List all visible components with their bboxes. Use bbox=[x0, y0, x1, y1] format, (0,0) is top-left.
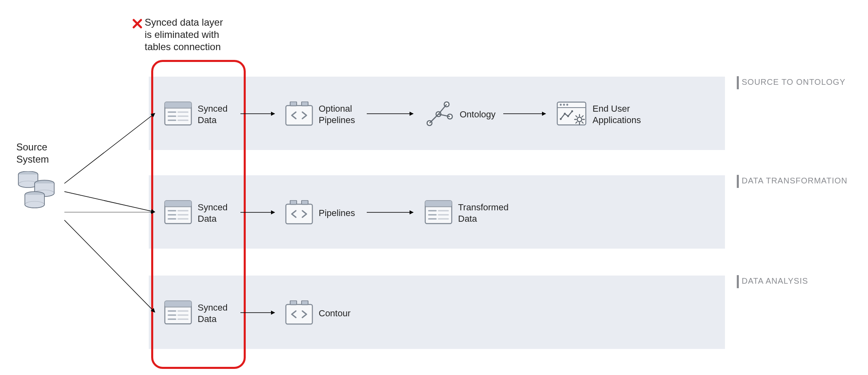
node-synced-data-2: SyncedData bbox=[164, 200, 227, 226]
lane-title-ontology-text: SOURCE TO ONTOLOGY bbox=[742, 77, 846, 86]
callout-line-2: is eliminated with bbox=[145, 29, 219, 40]
node-optional-pipelines: OptionalPipelines bbox=[285, 101, 355, 128]
graph-network-icon bbox=[425, 100, 454, 129]
synced-label: Synced bbox=[198, 202, 227, 212]
synced-label: Synced bbox=[198, 302, 227, 313]
code-block-icon bbox=[285, 200, 313, 226]
svg-line-39 bbox=[64, 113, 155, 183]
source-fanout-arrows bbox=[61, 110, 159, 220]
source-system-label: Source System bbox=[16, 141, 49, 165]
synced-label-2: Data bbox=[198, 115, 216, 125]
apps-label-2: Applications bbox=[593, 115, 641, 125]
node-contour: Contour bbox=[285, 300, 350, 326]
synced-label: Synced bbox=[198, 104, 227, 114]
lane-title-analysis: DATA ANALYSIS bbox=[742, 276, 864, 286]
eliminated-layer-callout: Synced data layer is eliminated with tab… bbox=[145, 16, 223, 53]
transformed-label-2: Data bbox=[458, 214, 477, 224]
node-pipelines: Pipelines bbox=[285, 200, 355, 226]
database-stack-icon bbox=[15, 171, 64, 218]
opt-pipelines-label: Optional bbox=[319, 104, 352, 114]
svg-line-42 bbox=[64, 220, 155, 312]
title-bar-icon bbox=[737, 76, 739, 89]
arrow-icon bbox=[240, 111, 277, 117]
application-gear-icon bbox=[557, 101, 587, 128]
table-icon bbox=[164, 200, 192, 226]
svg-line-40 bbox=[64, 192, 155, 212]
table-icon bbox=[425, 200, 452, 226]
ontology-label: Ontology bbox=[460, 109, 496, 119]
arrow-icon bbox=[367, 111, 416, 117]
arrow-icon bbox=[503, 111, 548, 117]
table-icon bbox=[164, 300, 192, 326]
arrow-icon bbox=[367, 210, 416, 215]
code-block-icon bbox=[285, 101, 313, 128]
transformed-label: Transformed bbox=[458, 202, 509, 212]
architecture-diagram: Source System Synced data layer bbox=[0, 0, 868, 375]
node-transformed-data: TransformedData bbox=[425, 200, 509, 226]
apps-label: End User bbox=[593, 104, 630, 114]
title-bar-icon bbox=[737, 275, 739, 288]
contour-label: Contour bbox=[319, 308, 350, 318]
table-icon bbox=[164, 101, 192, 128]
node-synced-data-3: SyncedData bbox=[164, 300, 227, 326]
code-block-icon bbox=[285, 300, 313, 326]
source-line-1: Source bbox=[16, 141, 47, 152]
synced-label-2: Data bbox=[198, 314, 216, 324]
node-synced-data-1: SyncedData bbox=[164, 101, 227, 128]
callout-line-3: tables connection bbox=[145, 41, 221, 52]
lane-title-analysis-text: DATA ANALYSIS bbox=[742, 276, 808, 285]
callout-line-1: Synced data layer bbox=[145, 17, 223, 28]
arrow-icon bbox=[240, 310, 277, 315]
opt-pipelines-label-2: Pipelines bbox=[319, 115, 355, 125]
node-end-user-apps: End UserApplications bbox=[557, 101, 641, 128]
source-line-2: System bbox=[16, 154, 49, 165]
node-ontology: Ontology bbox=[425, 100, 496, 129]
lane-title-transform: DATA TRANSFORMATION bbox=[742, 176, 864, 185]
lane-title-ontology: SOURCE TO ONTOLOGY bbox=[742, 77, 864, 87]
lane-title-transform-text: DATA TRANSFORMATION bbox=[742, 176, 848, 185]
title-bar-icon bbox=[737, 175, 739, 188]
arrow-icon bbox=[240, 210, 277, 215]
pipelines-label: Pipelines bbox=[319, 208, 355, 218]
x-icon bbox=[132, 19, 142, 30]
source-fanout-arrows-2 bbox=[61, 212, 159, 318]
synced-label-2: Data bbox=[198, 214, 216, 224]
